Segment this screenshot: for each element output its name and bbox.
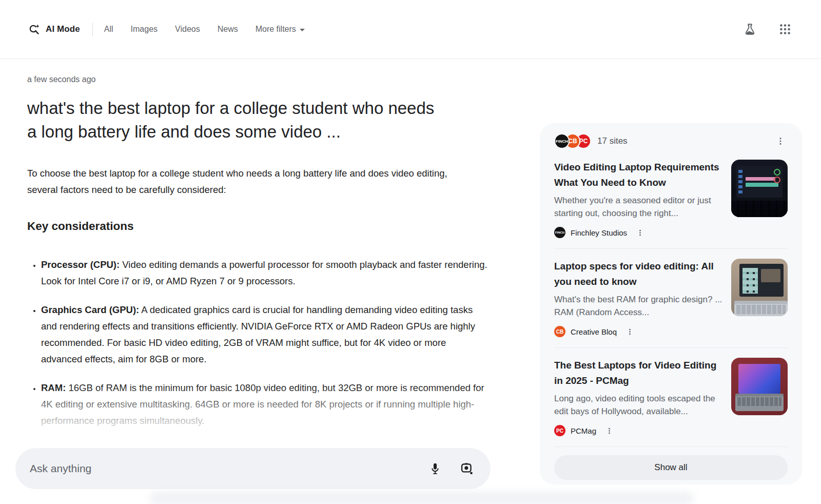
bullet-label: Processor (CPU): (41, 259, 120, 270)
source-favicon: CB (554, 326, 565, 337)
bottom-scroll-shadow (150, 492, 694, 504)
panel-overflow-menu-icon[interactable] (773, 134, 788, 148)
google-ai-mode-page: AI Mode All Images Videos News More filt… (0, 0, 821, 504)
card-overflow-menu-icon[interactable] (605, 427, 613, 435)
answer-intro-paragraph: To choose the best laptop for a college … (27, 165, 463, 198)
query-title: what's the best laptop for a college stu… (27, 96, 448, 144)
key-considerations-list: Processor (CPU): Video editing demands a… (27, 257, 488, 429)
card-text: Video Editing Laptop Requirements What Y… (554, 160, 731, 220)
top-navigation-bar: AI Mode All Images Videos News More filt… (0, 0, 821, 59)
ask-bar-icons (428, 461, 474, 476)
labs-flask-icon[interactable] (743, 22, 757, 36)
article-thumbnail[interactable] (731, 358, 788, 415)
sites-count: 17 sites (597, 136, 628, 146)
card-text: The Best Laptops for Video Editing in 20… (554, 358, 731, 418)
card-overflow-menu-icon[interactable] (626, 328, 634, 336)
source-row: PC PCMag (554, 425, 788, 436)
source-card: Laptop specs for video editing: All you … (554, 249, 788, 348)
source-name[interactable]: Creative Bloq (571, 327, 617, 336)
article-title[interactable]: Laptop specs for video editing: All you … (554, 259, 723, 289)
list-item-gpu: Graphics Card (GPU): A dedicated graphic… (41, 302, 488, 367)
tab-ai-mode[interactable]: AI Mode (28, 23, 80, 35)
bullet-label: RAM: (41, 382, 66, 393)
source-favicon-stack: FINCH CB PC (554, 133, 591, 149)
card-overflow-menu-icon[interactable] (636, 229, 644, 237)
list-item-ram: RAM: 16GB of RAM is the minimum for basi… (41, 380, 488, 429)
source-favicon: PC (554, 425, 565, 436)
card-row: Laptop specs for video editing: All you … (554, 259, 788, 319)
google-apps-grid-icon[interactable] (778, 22, 792, 36)
source-card: The Best Laptops for Video Editing in 20… (554, 348, 788, 447)
microphone-icon[interactable] (428, 461, 442, 476)
show-all-button[interactable]: Show all (554, 455, 788, 480)
sources-panel-header: FINCH CB PC 17 sites (554, 132, 788, 150)
chevron-down-icon (300, 29, 305, 31)
list-item-cpu: Processor (CPU): Video editing demands a… (41, 257, 488, 289)
ai-mode-label: AI Mode (46, 24, 80, 34)
article-thumbnail[interactable] (731, 160, 788, 217)
tab-videos[interactable]: Videos (175, 25, 200, 34)
sources-panel: FINCH CB PC 17 sites Video Editing Lapto… (540, 123, 802, 484)
favicon-finchley: FINCH (554, 133, 570, 149)
article-description: Long ago, video editing tools escaped th… (554, 392, 723, 418)
card-text: Laptop specs for video editing: All you … (554, 259, 731, 319)
bullet-text: 16GB of RAM is the minimum for basic 108… (41, 382, 484, 426)
article-title[interactable]: Video Editing Laptop Requirements What Y… (554, 160, 723, 190)
google-lens-icon[interactable] (460, 461, 474, 476)
ask-anything-bar (15, 448, 491, 489)
nav-right-group (743, 22, 792, 36)
answer-timestamp: a few seconds ago (27, 75, 504, 84)
source-name[interactable]: PCMag (571, 427, 596, 435)
article-description: What's the best RAM for graphic design? … (554, 293, 723, 319)
ai-mode-sparkle-search-icon (28, 23, 41, 35)
tab-news[interactable]: News (218, 25, 238, 34)
article-title[interactable]: The Best Laptops for Video Editing in 20… (554, 358, 723, 389)
tab-all[interactable]: All (104, 25, 113, 34)
nav-left-group: AI Mode All Images Videos News More filt… (28, 23, 305, 36)
nav-links: All Images Videos News More filters (104, 25, 305, 34)
nav-divider (92, 23, 93, 36)
more-filters-label: More filters (256, 25, 296, 34)
article-description: Whether you're a seasoned editor or just… (554, 194, 723, 220)
ask-anything-input[interactable] (29, 462, 428, 475)
article-thumbnail[interactable] (731, 259, 788, 316)
tab-images[interactable]: Images (131, 25, 158, 34)
source-row: FINCH Finchley Studios (554, 227, 788, 238)
bullet-label: Graphics Card (GPU): (41, 304, 139, 315)
source-card: Video Editing Laptop Requirements What Y… (554, 150, 788, 249)
card-row: Video Editing Laptop Requirements What Y… (554, 160, 788, 220)
source-name[interactable]: Finchley Studios (571, 228, 627, 237)
answer-column: a few seconds ago what's the best laptop… (27, 59, 504, 441)
more-filters-menu[interactable]: More filters (256, 25, 305, 34)
section-heading: Key considerations (27, 220, 504, 233)
card-row: The Best Laptops for Video Editing in 20… (554, 358, 788, 418)
source-row: CB Creative Bloq (554, 326, 788, 337)
source-favicon: FINCH (554, 227, 565, 238)
